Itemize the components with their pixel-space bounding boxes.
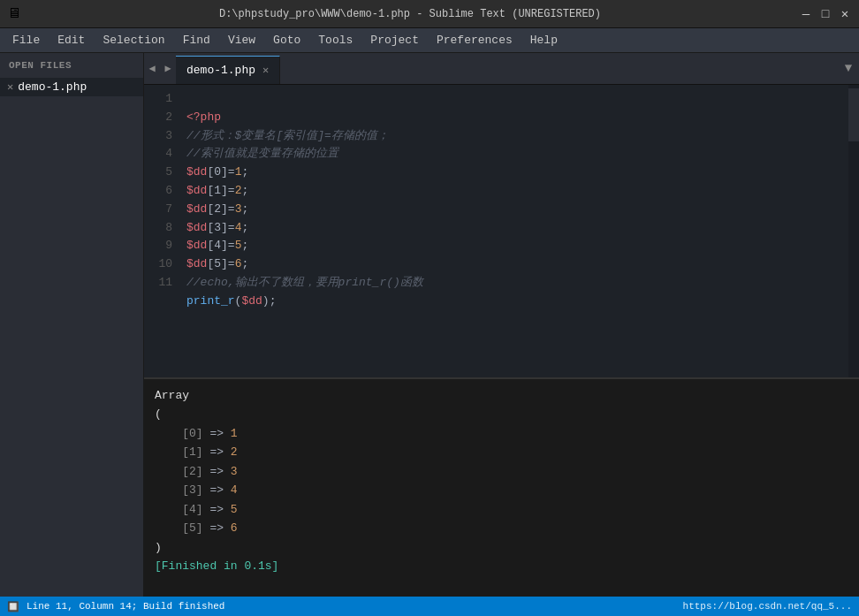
- tab-bar: ◀ ▶ demo-1.php ✕ ▼: [144, 53, 859, 85]
- minimap-handle[interactable]: [848, 88, 859, 141]
- code-content[interactable]: <?php //形式：$变量名[索引值]=存储的值； //索引值就是变量存储的位…: [179, 85, 848, 377]
- output-text: Array ( [0] => 1 [1] => 2 [2] => 3 [3] =…: [155, 386, 848, 575]
- tab-close-button[interactable]: ✕: [262, 64, 269, 77]
- tab-dropdown[interactable]: ▼: [838, 53, 859, 84]
- title-bar: 🖥 D:\phpstudy_pro\WWW\demo-1.php - Subli…: [0, 0, 859, 28]
- menu-item-view[interactable]: View: [219, 30, 264, 50]
- main-area: OPEN FILES ✕ demo-1.php ◀ ▶ demo-1.php ✕…: [0, 53, 859, 597]
- url-text[interactable]: https://blog.csdn.net/qq_5...: [683, 601, 852, 612]
- menu-item-goto[interactable]: Goto: [264, 30, 309, 50]
- sidebar-file-demo[interactable]: ✕ demo-1.php: [0, 78, 143, 96]
- menu-item-tools[interactable]: Tools: [309, 30, 361, 50]
- editor-area: ◀ ▶ demo-1.php ✕ ▼ 1 2 3 4 5 6 7 8 9 10 …: [144, 53, 859, 597]
- close-button[interactable]: ✕: [838, 7, 852, 21]
- sidebar-file-close[interactable]: ✕: [7, 80, 13, 94]
- tab-nav-right[interactable]: ▶: [160, 53, 176, 84]
- maximize-button[interactable]: □: [818, 7, 832, 21]
- title-text: D:\phpstudy_pro\WWW\demo-1.php - Sublime…: [21, 8, 799, 20]
- minimize-button[interactable]: —: [799, 7, 813, 21]
- output-panel: Array ( [0] => 1 [1] => 2 [2] => 3 [3] =…: [144, 377, 859, 597]
- tab-nav-left[interactable]: ◀: [144, 53, 160, 84]
- status-left: 🔲 Line 11, Column 14; Build finished: [7, 601, 224, 612]
- sidebar-header: OPEN FILES: [0, 53, 143, 78]
- title-icon: 🖥: [7, 5, 21, 22]
- menu-item-help[interactable]: Help: [521, 30, 566, 50]
- build-icon: 🔲: [7, 601, 19, 612]
- status-right: https://blog.csdn.net/qq_5...: [683, 601, 852, 612]
- minimap: [848, 85, 859, 377]
- menu-item-selection[interactable]: Selection: [94, 30, 173, 50]
- tab-demo-1[interactable]: demo-1.php ✕: [176, 56, 280, 84]
- status-bar: 🔲 Line 11, Column 14; Build finished htt…: [0, 597, 859, 616]
- menu-item-edit[interactable]: Edit: [49, 30, 94, 50]
- menu-item-preferences[interactable]: Preferences: [428, 30, 521, 50]
- tab-label: demo-1.php: [186, 64, 255, 77]
- sidebar: OPEN FILES ✕ demo-1.php: [0, 53, 144, 597]
- status-text: Line 11, Column 14; Build finished: [27, 601, 224, 612]
- line-numbers: 1 2 3 4 5 6 7 8 9 10 11: [144, 85, 179, 377]
- window-controls: — □ ✕: [799, 7, 852, 21]
- menu-item-find[interactable]: Find: [174, 30, 219, 50]
- menu-bar: FileEditSelectionFindViewGotoToolsProjec…: [0, 28, 859, 53]
- menu-item-project[interactable]: Project: [361, 30, 428, 50]
- sidebar-file-name: demo-1.php: [18, 80, 87, 94]
- code-editor[interactable]: 1 2 3 4 5 6 7 8 9 10 11 <?php //形式：$变量名[…: [144, 85, 859, 377]
- menu-item-file[interactable]: File: [4, 30, 49, 50]
